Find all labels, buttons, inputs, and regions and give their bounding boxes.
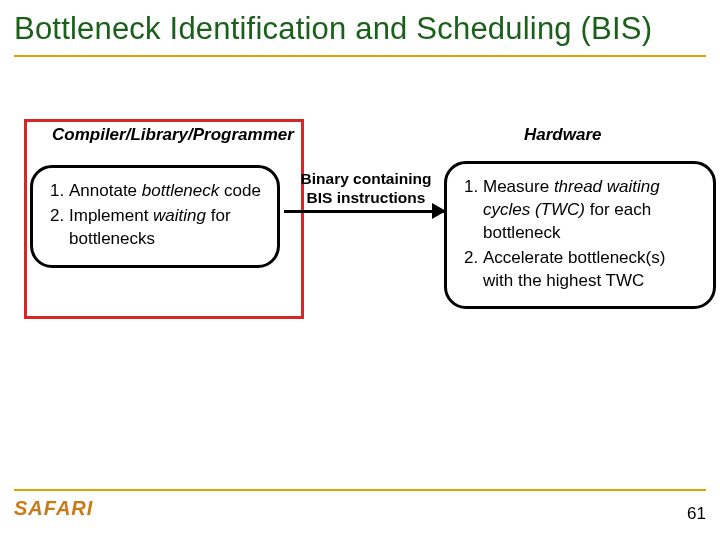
hardware-steps: Measure thread waiting cycles (TWC) for … [461,176,699,293]
text: Binary containing [301,170,432,187]
emphasis: bottleneck [142,181,220,200]
arrow-block: Binary containing BIS instructions [284,169,448,213]
text: Measure [483,177,554,196]
title-rule [14,55,706,57]
text: Implement [69,206,153,225]
footer: SAFARI 61 [14,489,706,520]
list-item: Implement waiting for bottlenecks [69,205,263,251]
slide-title: Bottleneck Identification and Scheduling… [14,10,706,49]
arrow-label: Binary containing BIS instructions [284,169,448,208]
page-number: 61 [687,504,706,524]
arrow-icon [284,210,444,213]
text: Annotate [69,181,142,200]
list-item: Accelerate bottleneck(s) with the highes… [483,247,699,293]
compiler-steps: Annotate bottleneck code Implement waiti… [47,180,263,251]
column-label-right: Hardware [524,125,601,145]
compiler-box: Annotate bottleneck code Implement waiti… [30,165,280,268]
list-item: Measure thread waiting cycles (TWC) for … [483,176,699,245]
hardware-box: Measure thread waiting cycles (TWC) for … [444,161,716,310]
slide: Bottleneck Identification and Scheduling… [0,0,720,540]
footer-rule [14,489,706,491]
list-item: Annotate bottleneck code [69,180,263,203]
diagram: Compiler/Library/Programmer Hardware Ann… [14,125,706,335]
text: BIS instructions [307,189,426,206]
brand-logo: SAFARI [14,497,706,520]
text: code [219,181,261,200]
emphasis: waiting [153,206,206,225]
